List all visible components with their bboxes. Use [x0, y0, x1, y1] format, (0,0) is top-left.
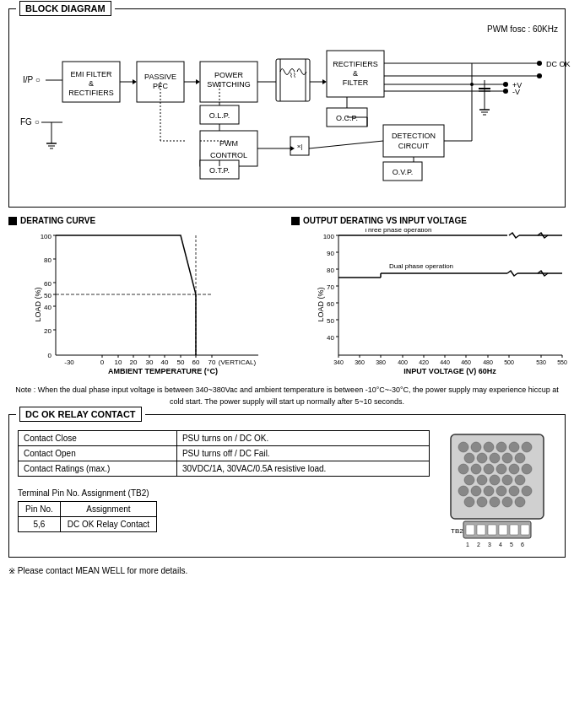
- svg-text:DETECTION: DETECTION: [392, 132, 436, 140]
- svg-text:0: 0: [100, 359, 105, 366]
- svg-text:550: 550: [557, 359, 567, 365]
- relay-ratings-value: 30VDC/1A, 30VAC/0.5A resistive load.: [176, 461, 429, 477]
- dcok-title: DC OK RELAY CONTACT: [19, 407, 142, 422]
- svg-point-176: [490, 453, 500, 463]
- fg-label: FG ○: [20, 117, 40, 127]
- svg-point-73: [470, 83, 474, 86]
- svg-text:EMI FILTER: EMI FILTER: [71, 70, 112, 78]
- svg-point-35: [537, 73, 542, 78]
- svg-text:420: 420: [419, 359, 429, 365]
- svg-text:80: 80: [44, 256, 51, 264]
- relay-ratings-label: Contact Ratings (max.): [19, 461, 177, 477]
- connector-image: TB2 1 2 3 4 5 6: [442, 430, 552, 548]
- svg-marker-16: [196, 79, 200, 84]
- svg-rect-204: [488, 525, 496, 535]
- svg-point-32: [537, 61, 542, 66]
- svg-text:Dual phase operation: Dual phase operation: [389, 262, 453, 270]
- output-derating-title: OUTPUT DERATING VS INPUT VOLTAGE: [291, 216, 574, 225]
- block-diagram-section: BLOCK DIAGRAM PWM fosc : 60KHz I/P ○ FG …: [8, 8, 566, 208]
- svg-text:340: 340: [333, 359, 344, 365]
- svg-point-199: [502, 497, 512, 507]
- svg-text:360: 360: [355, 359, 365, 365]
- svg-rect-203: [477, 525, 485, 535]
- svg-rect-202: [466, 525, 474, 535]
- svg-point-170: [484, 442, 494, 452]
- assignment-header: Assignment: [60, 502, 156, 517]
- svg-text:PASSIVE: PASSIVE: [144, 73, 176, 81]
- terminal-title: Terminal Pin No. Assignment (TB2): [18, 488, 430, 498]
- block-diagram-svg: I/P ○ FG ○ EMI FILTER & RECTIFIERS PASSI…: [16, 34, 573, 198]
- svg-text:50: 50: [327, 317, 334, 325]
- svg-text:60: 60: [327, 300, 334, 308]
- svg-text:LOAD (%): LOAD (%): [34, 287, 42, 321]
- svg-text:90: 90: [327, 250, 334, 257]
- svg-text:500: 500: [504, 359, 514, 365]
- svg-text:×|: ×|: [297, 143, 303, 150]
- svg-text:400: 400: [398, 359, 408, 365]
- svg-text:CONTROL: CONTROL: [210, 151, 247, 159]
- svg-text:(VERTICAL): (VERTICAL): [219, 359, 257, 366]
- svg-text:20: 20: [130, 359, 138, 366]
- svg-point-184: [522, 464, 532, 474]
- relay-contact-table: Contact Close PSU turns on / DC OK. Cont…: [18, 430, 430, 477]
- svg-rect-67: [383, 125, 444, 157]
- svg-point-175: [477, 453, 487, 463]
- svg-text:20: 20: [44, 327, 51, 335]
- svg-point-171: [496, 442, 506, 452]
- note-text: Note : When the dual phase input voltage…: [8, 385, 566, 407]
- svg-marker-26: [322, 79, 327, 84]
- svg-text:2: 2: [477, 542, 480, 547]
- svg-text:480: 480: [483, 359, 493, 365]
- pwm-note: PWM fosc : 60KHz: [16, 24, 558, 34]
- svg-text:Three phase operation: Three phase operation: [364, 229, 432, 234]
- svg-text:4: 4: [499, 542, 502, 547]
- pin-number: 5,6: [19, 517, 61, 532]
- svg-text:30: 30: [146, 359, 154, 366]
- svg-text:0: 0: [48, 352, 52, 359]
- svg-text:-30: -30: [64, 359, 74, 366]
- svg-point-194: [509, 486, 519, 496]
- svg-text:O.L.P.: O.L.P.: [209, 111, 230, 120]
- relay-row-open: Contact Open PSU turns off / DC Fail.: [19, 446, 430, 461]
- svg-point-189: [515, 475, 525, 485]
- svg-point-188: [502, 475, 512, 485]
- svg-marker-11: [133, 79, 137, 84]
- svg-text:460: 460: [461, 359, 471, 365]
- relay-row-close: Contact Close PSU turns on / DC OK.: [19, 431, 430, 446]
- svg-point-37: [503, 82, 508, 87]
- svg-text:6: 6: [521, 542, 524, 547]
- svg-text:-V: -V: [512, 88, 520, 96]
- svg-rect-207: [521, 525, 529, 535]
- svg-text:3: 3: [488, 542, 491, 547]
- pin-row: 5,6 DC OK Relay Contact: [19, 517, 157, 532]
- pin-assignment: DC OK Relay Contact: [60, 517, 156, 532]
- svg-text:⌇⌇: ⌇⌇: [290, 72, 296, 79]
- svg-text:40: 40: [327, 334, 334, 342]
- svg-text:1: 1: [466, 542, 469, 547]
- dcok-right: TB2 1 2 3 4 5 6: [438, 430, 556, 548]
- svg-point-179: [458, 464, 468, 474]
- svg-text:80: 80: [327, 267, 334, 274]
- pin-assignment-table: Pin No. Assignment 5,6 DC OK Relay Conta…: [18, 501, 157, 532]
- relay-open-label: Contact Open: [19, 446, 177, 461]
- derating-section: DERATING CURVE LOAD (%) 100: [8, 216, 566, 378]
- svg-point-169: [471, 442, 481, 452]
- svg-point-181: [484, 464, 494, 474]
- svg-text:SWITCHING: SWITCHING: [207, 80, 251, 89]
- svg-text:DC OK: DC OK: [546, 60, 571, 68]
- svg-line-70: [309, 141, 383, 148]
- relay-row-ratings: Contact Ratings (max.) 30VDC/1A, 30VAC/0…: [19, 461, 430, 477]
- svg-point-198: [490, 497, 500, 507]
- svg-point-185: [464, 475, 474, 485]
- svg-point-192: [484, 486, 494, 496]
- svg-text:LOAD (%): LOAD (%): [317, 287, 325, 321]
- svg-text:INPUT VOLTAGE (V) 60Hz: INPUT VOLTAGE (V) 60Hz: [403, 367, 496, 375]
- svg-text:O.T.P.: O.T.P.: [209, 166, 230, 175]
- output-derating-chart: LOAD (%) 100 90 80 70 60: [315, 229, 574, 376]
- svg-point-168: [458, 442, 468, 452]
- svg-text:&: &: [89, 79, 94, 88]
- block-diagram-title: BLOCK DIAGRAM: [19, 1, 111, 16]
- dcok-relay-section: DC OK RELAY CONTACT Contact Close PSU tu…: [8, 414, 566, 558]
- svg-point-173: [522, 442, 532, 452]
- svg-text:CIRCUIT: CIRCUIT: [398, 142, 430, 150]
